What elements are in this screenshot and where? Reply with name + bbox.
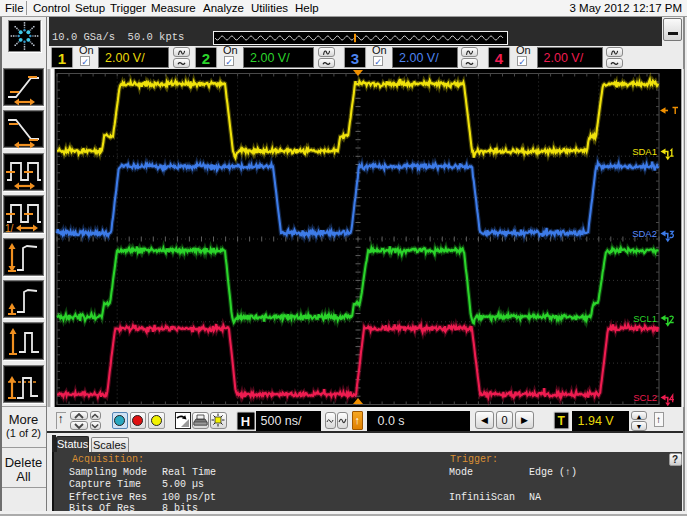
svg-text:SCL1: SCL1 xyxy=(633,313,657,324)
svg-text:SCL2: SCL2 xyxy=(633,392,657,403)
svg-text:SDA2: SDA2 xyxy=(632,228,657,239)
svg-text:SDA1: SDA1 xyxy=(632,146,657,157)
svg-text:1/: 1/ xyxy=(5,223,14,234)
